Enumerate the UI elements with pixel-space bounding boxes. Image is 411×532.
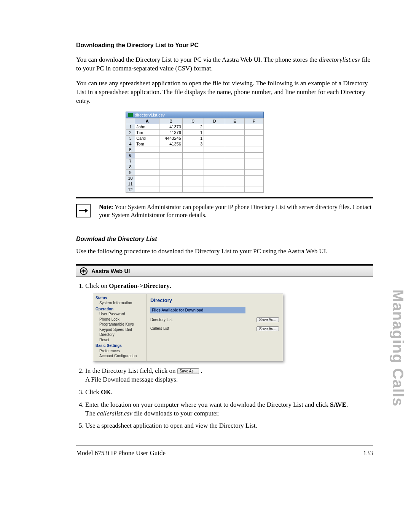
step2-a: In the Directory List field, click on [85,367,177,374]
cell [225,129,244,135]
cell: Carol [135,135,159,141]
sidebar-group: Operation [96,307,144,312]
cell: 2 [182,124,204,129]
sidebar-item[interactable]: System Information [96,300,144,306]
sidebar-item[interactable]: Phone Lock [96,317,144,322]
note-block: Note: Your System Administrator can popu… [76,203,373,219]
cell [204,124,225,129]
save-as-button[interactable]: Save As... [256,326,279,331]
cell [244,152,263,158]
cell: 41376 [159,129,182,135]
cell [225,141,244,147]
step4-filename: callerslist.csv [97,410,132,417]
save-as-button[interactable]: Save As... [256,317,279,322]
sidebar-item[interactable]: Account Configuration [96,353,144,359]
cell [135,175,159,181]
sidebar-item[interactable]: Preferences [96,348,144,354]
row-header: 10 [126,175,135,181]
cell [159,164,182,169]
row-header: 5 [126,147,135,152]
row-header: 7 [126,158,135,164]
step-3: Click OK. [85,388,373,397]
cell [225,158,244,164]
cell [244,164,263,169]
heading-downloading: Downloading the Directory List to Your P… [76,42,373,49]
cell [244,129,263,135]
cell [159,169,182,175]
sidebar-item[interactable]: User Password [96,312,144,317]
cell [182,164,204,169]
intro-paragraph-1: You can download the Directory List to y… [76,56,373,73]
web-ui-sidebar: StatusSystem InformationOperationUser Pa… [93,294,147,361]
sidebar-item[interactable]: Directory [96,332,144,337]
cell: 4443245 [159,135,182,141]
footer-left: Model 6753i IP Phone User Guide [76,449,166,457]
cell [182,187,204,192]
cell: John [135,124,159,129]
page-content: Downloading the Directory List to Your P… [0,0,411,510]
sidebar-group: Basic Settings [96,343,144,348]
cell [204,158,225,164]
save-as-button-inline[interactable]: Save As... [177,368,199,374]
note-bottom-rule [76,224,373,225]
row-header: 12 [126,187,135,192]
col-header-e: E [225,118,244,124]
step4-line2a: The [85,410,97,417]
cell [204,141,225,147]
p1-filename: directorylist.csv [319,56,360,63]
spreadsheet-icon [128,113,133,117]
spreadsheet-screenshot: directoryList.csv ABCDEF 1John4137322Tim… [126,112,373,193]
step2-line2: A File Download message displays. [85,376,178,383]
cell [244,141,263,147]
sidebar-item[interactable]: Programmable Keys [96,322,144,327]
spreadsheet-grid: ABCDEF 1John4137322Tim4137613Carol444324… [126,118,264,193]
cell [204,187,225,192]
note-top-rule [76,197,373,198]
note-text: Note: Your System Administrator can popu… [99,203,373,219]
cell [244,175,263,181]
step2-b: . [201,367,202,374]
web-ui-main: Directory Files Available for Download D… [147,294,283,361]
cell [244,147,263,152]
cell [159,187,182,192]
step3-ok: OK [101,388,111,396]
aastra-web-ui-label: Aastra Web UI [91,268,130,274]
row-header: 4 [126,141,135,147]
col-header-d: D [204,118,225,124]
globe-icon [80,267,88,275]
cell [225,135,244,141]
cell: 1 [182,129,204,135]
web-ui-section-header: Files Available for Download [150,307,245,313]
cell [135,158,159,164]
cell [244,169,263,175]
cell [135,164,159,169]
p1-part-a: You can download the Directory List to y… [76,56,319,63]
cell [182,181,204,187]
cell [244,187,263,192]
step1-target: Operation->Directory [109,282,170,289]
cell [204,152,225,158]
cell [204,129,225,135]
cell: Tom [135,141,159,147]
cell [204,175,225,181]
cell [244,124,263,129]
sidebar-item[interactable]: Reset [96,337,144,343]
download-row: Directory ListSave As... [150,317,279,323]
cell [204,181,225,187]
cell [225,147,244,152]
cell [204,147,225,152]
step-1: Click on Operation->Directory. StatusSys… [85,282,373,361]
cell [159,158,182,164]
cell [159,175,182,181]
cell [135,169,159,175]
cell [225,164,244,169]
cell [244,181,263,187]
cell [182,152,204,158]
cell: 41356 [159,141,182,147]
cell: 3 [182,141,204,147]
cell [182,169,204,175]
step3-c: . [111,388,113,396]
sidebar-item[interactable]: Keypad Speed Dial [96,327,144,332]
row-header: 1 [126,124,135,129]
step4-save: SAVE [330,401,346,408]
